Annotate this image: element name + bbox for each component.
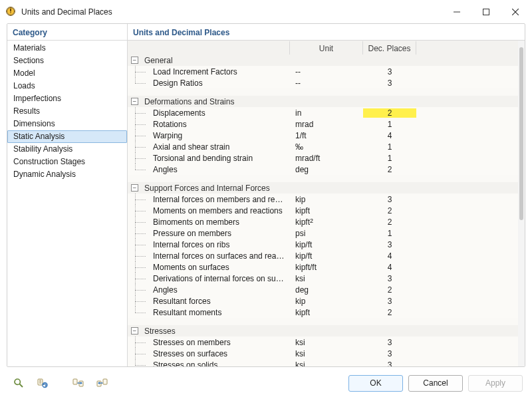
setting-row[interactable]: Anglesdeg2 xyxy=(128,284,525,295)
vertical-scrollbar[interactable] xyxy=(518,41,525,366)
minimize-button[interactable] xyxy=(447,3,467,21)
setting-unit[interactable]: ksi xyxy=(290,274,363,283)
setting-row[interactable]: Warping1/ft4 xyxy=(128,130,525,141)
setting-dec-places[interactable]: 2 xyxy=(363,217,416,227)
setting-unit[interactable]: mrad xyxy=(290,120,363,129)
setting-dec-places[interactable]: 3 xyxy=(363,274,416,283)
setting-unit[interactable]: deg xyxy=(290,165,363,174)
close-button[interactable] xyxy=(505,3,525,21)
setting-dec-places[interactable]: 3 xyxy=(363,360,416,367)
setting-dec-places[interactable]: 1 xyxy=(363,142,416,152)
setting-dec-places[interactable]: 3 xyxy=(363,338,416,347)
category-item[interactable]: Model xyxy=(7,67,127,80)
setting-unit[interactable]: ksi xyxy=(290,349,363,358)
search-icon[interactable] xyxy=(9,374,28,392)
setting-unit[interactable]: deg xyxy=(290,285,363,295)
category-item[interactable]: Loads xyxy=(7,80,127,92)
setting-unit[interactable]: ksi xyxy=(290,360,363,367)
setting-dec-places[interactable]: 3 xyxy=(363,67,416,76)
ok-button[interactable]: OK xyxy=(348,375,403,392)
setting-dec-places[interactable]: 4 xyxy=(363,131,416,140)
collapse-icon[interactable]: − xyxy=(131,327,138,334)
setting-row[interactable]: Pressure on memberspsi1 xyxy=(128,227,525,239)
setting-unit[interactable]: kip/ft xyxy=(290,251,363,261)
setting-row[interactable]: Internal forces on members and reacti…ki… xyxy=(128,194,525,205)
column-header-unit[interactable]: Unit xyxy=(290,41,363,55)
setting-unit[interactable]: kipft2 xyxy=(290,217,363,227)
group-header[interactable]: −Stresses xyxy=(128,325,525,336)
setting-row[interactable]: Internal forces on surfaces and reacti…k… xyxy=(128,250,525,261)
category-item[interactable]: Sections xyxy=(7,55,127,67)
category-list[interactable]: MaterialsSectionsModelLoadsImperfections… xyxy=(7,41,127,366)
setting-unit[interactable]: kip/ft xyxy=(290,240,363,249)
setting-unit[interactable]: -- xyxy=(290,67,363,76)
setting-row[interactable]: Stresses on membersksi3 xyxy=(128,336,525,348)
collapse-icon[interactable]: − xyxy=(131,57,138,64)
setting-unit[interactable]: kipft/ft xyxy=(290,263,363,272)
setting-dec-places[interactable]: 2 xyxy=(363,285,416,295)
setting-row[interactable]: Resultant forceskip3 xyxy=(128,295,525,307)
setting-row[interactable]: Displacementsin2 xyxy=(128,107,525,118)
setting-dec-places[interactable]: 2 xyxy=(363,308,416,317)
category-item[interactable]: Static Analysis xyxy=(7,130,127,143)
setting-row[interactable]: Stresses on solidsksi3 xyxy=(128,359,525,366)
group-header[interactable]: −Deformations and Strains xyxy=(128,96,525,107)
column-header-dec[interactable]: Dec. Places xyxy=(363,41,416,55)
collapse-icon[interactable]: − xyxy=(131,184,138,192)
setting-unit[interactable]: ksi xyxy=(290,338,363,347)
setting-unit[interactable]: kip xyxy=(290,195,363,204)
setting-unit[interactable]: ‰ xyxy=(290,142,363,152)
setting-row[interactable]: Torsional and bending strainmrad/ft1 xyxy=(128,152,525,164)
setting-dec-places[interactable]: 3 xyxy=(363,349,416,358)
category-item[interactable]: Imperfections xyxy=(7,92,127,105)
setting-dec-places[interactable]: 3 xyxy=(363,195,416,204)
setting-unit[interactable]: psi xyxy=(290,229,363,238)
setting-row[interactable]: Load Increment Factors--3 xyxy=(128,66,525,77)
setting-row[interactable]: Stresses on surfacesksi3 xyxy=(128,348,525,359)
collapse-icon[interactable]: − xyxy=(131,98,138,105)
setting-unit[interactable]: kipft xyxy=(290,206,363,215)
setting-dec-places[interactable]: 3 xyxy=(363,240,416,249)
apply-button[interactable]: Apply xyxy=(468,375,523,392)
setting-dec-places[interactable]: 1 xyxy=(363,154,416,163)
setting-dec-places[interactable]: 2 xyxy=(363,108,416,118)
defaults-icon[interactable] xyxy=(33,374,52,392)
category-item[interactable]: Dimensions xyxy=(7,118,127,130)
group-header[interactable]: −Support Forces and Internal Forces xyxy=(128,182,525,194)
export-settings-icon[interactable] xyxy=(93,374,112,392)
setting-dec-places[interactable]: 2 xyxy=(363,165,416,174)
setting-dec-places[interactable]: 3 xyxy=(363,297,416,306)
setting-row[interactable]: Derivations of internal forces on surf…k… xyxy=(128,273,525,284)
category-item[interactable]: Stability Analysis xyxy=(7,143,127,156)
setting-row[interactable]: Axial and shear strain‰1 xyxy=(128,141,525,152)
group-header[interactable]: −General xyxy=(128,55,525,66)
scrollbar-thumb[interactable] xyxy=(519,47,523,220)
category-item[interactable]: Dynamic Analysis xyxy=(7,168,127,181)
setting-dec-places[interactable]: 3 xyxy=(363,78,416,88)
setting-row[interactable]: Design Ratios--3 xyxy=(128,77,525,88)
category-item[interactable]: Materials xyxy=(7,42,127,55)
setting-unit[interactable]: kip xyxy=(290,297,363,306)
setting-row[interactable]: Rotationsmrad1 xyxy=(128,118,525,130)
setting-row[interactable]: Moments on surfaceskipft/ft4 xyxy=(128,261,525,273)
cancel-button[interactable]: Cancel xyxy=(408,375,463,392)
setting-unit[interactable]: 1/ft xyxy=(290,131,363,140)
setting-row[interactable]: Anglesdeg2 xyxy=(128,164,525,175)
setting-dec-places[interactable]: 4 xyxy=(363,251,416,261)
setting-dec-places[interactable]: 2 xyxy=(363,206,416,215)
setting-unit[interactable]: mrad/ft xyxy=(290,154,363,163)
import-settings-icon[interactable] xyxy=(69,374,88,392)
setting-row[interactable]: Bimoments on memberskipft22 xyxy=(128,216,525,227)
category-item[interactable]: Construction Stages xyxy=(7,156,127,168)
setting-unit[interactable]: in xyxy=(290,108,363,118)
setting-unit[interactable]: -- xyxy=(290,78,363,88)
setting-dec-places[interactable]: 1 xyxy=(363,229,416,238)
setting-row[interactable]: Resultant momentskipft2 xyxy=(128,307,525,318)
setting-row[interactable]: Moments on members and reactionskipft2 xyxy=(128,205,525,216)
setting-row[interactable]: Internal forces on ribskip/ft3 xyxy=(128,239,525,250)
maximize-button[interactable] xyxy=(476,3,496,21)
category-item[interactable]: Results xyxy=(7,105,127,118)
setting-dec-places[interactable]: 1 xyxy=(363,120,416,129)
setting-dec-places[interactable]: 4 xyxy=(363,263,416,272)
setting-unit[interactable]: kipft xyxy=(290,308,363,317)
